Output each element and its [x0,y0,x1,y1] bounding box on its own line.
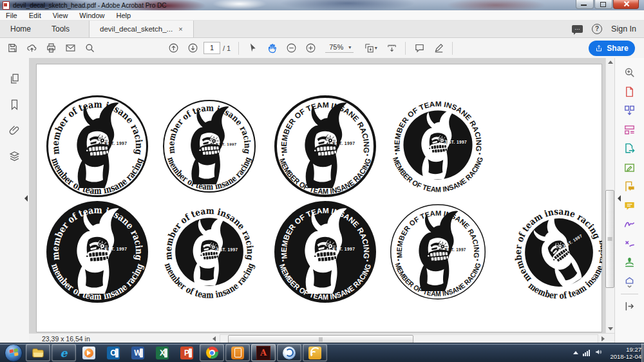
chrome-icon [206,347,218,359]
comment-file-button[interactable] [615,177,644,196]
plus-circle-icon [305,43,316,53]
edit-pdf-button[interactable] [615,158,644,178]
help-icon[interactable]: ? [592,24,602,34]
decal-badge: member of team insane racingmember of te… [46,201,148,303]
acrobat[interactable]: A [251,344,276,361]
menu-view[interactable]: View [47,12,74,19]
internet-explorer[interactable]: e [52,344,76,361]
svg-text:•: • [395,151,397,157]
more-tools-icon [623,276,636,288]
network-signal-icon[interactable] [583,350,590,356]
word[interactable]: W [126,345,149,361]
document-area: member of team insane racingmember of te… [29,58,615,343]
bookmarks-button[interactable] [0,91,29,117]
search-tools-button[interactable] [615,63,644,82]
right-tools-rail [614,58,644,343]
more-tools-button[interactable] [615,272,644,292]
scroll-left-arrow[interactable] [209,334,218,343]
tab-close-icon[interactable]: × [178,25,182,33]
comment-button[interactable] [410,40,429,57]
outlook[interactable]: O [102,345,125,361]
close-button[interactable] [613,0,639,9]
media-swirl-app[interactable] [277,344,301,361]
windows-start-orb-icon [5,344,23,362]
menu-file[interactable]: File [0,12,23,19]
page-up-icon [168,43,179,53]
attachments-button[interactable] [0,117,29,143]
create-pdf-button[interactable] [615,82,644,102]
combine-files-button[interactable] [615,101,644,120]
start-button[interactable] [5,344,23,362]
tab-home[interactable]: Home [0,21,41,37]
file-explorer[interactable] [26,344,50,361]
organize-pages-button[interactable] [615,120,644,140]
export-pdf-button[interactable] [615,139,644,158]
tray-time: 19:27 [610,346,641,353]
search-tools-icon [623,66,636,79]
email-button[interactable] [61,40,80,57]
select-tool-button[interactable] [243,40,262,57]
layers-button[interactable] [0,143,29,169]
vertical-scrollbar[interactable] [605,58,615,333]
svg-text:EST. 1997: EST. 1997 [105,247,127,251]
page-dimensions-label: 23,39 x 16,54 in [42,335,90,343]
restore-button[interactable] [594,0,612,9]
save-button[interactable] [3,40,22,57]
connect-app[interactable] [303,344,327,361]
upload-cloud-button[interactable] [22,40,41,57]
highlight-button[interactable] [429,40,448,57]
volume-icon[interactable] [594,347,603,359]
certificates-button[interactable] [615,234,644,254]
document-page[interactable]: member of team insane racingmember of te… [36,64,602,332]
menu-window[interactable]: Window [73,12,110,19]
media-player[interactable] [77,345,100,361]
svg-text:EST. 1997: EST. 1997 [333,141,355,146]
tab-document[interactable]: devil_decal_sketch_... × [89,21,194,37]
tray-clock[interactable]: 19:27 2018-12-04 [610,346,641,360]
tab-tools[interactable]: Tools [41,21,80,37]
next-page-button[interactable] [183,40,202,57]
expand-pane-icon [623,300,636,312]
collapse-right-pane-icon[interactable] [614,195,621,202]
page-number-input[interactable]: 1 [204,42,220,54]
show-desktop-button[interactable] [641,343,644,362]
sign-in-link[interactable]: Sign In [611,24,636,33]
printer-icon [46,43,57,53]
page-thumbnails-button[interactable] [0,66,29,91]
zoom-level-select[interactable]: 75% ▾ [325,43,354,53]
feedback-bubble-icon[interactable]: … [572,25,583,33]
mobile-app-icon [231,347,244,359]
zoom-in-button[interactable] [301,40,320,57]
page-thumbnails-icon [8,73,21,85]
find-button[interactable] [80,40,99,57]
combine-files-icon [623,104,636,117]
scroll-down-arrow[interactable] [606,325,615,333]
edit-pdf-icon [623,162,636,174]
collapse-left-pane-icon[interactable] [21,195,28,202]
scroll-up-arrow[interactable] [606,58,615,66]
print-button[interactable] [41,40,61,57]
share-button[interactable]: Share [589,41,635,56]
excel[interactable]: X [151,345,174,361]
zoom-out-button[interactable] [281,40,301,57]
comment-icon [623,200,636,212]
fit-page-icon [364,43,375,53]
menu-edit[interactable]: Edit [23,12,47,19]
fit-width-button[interactable] [382,40,401,57]
minimize-button[interactable] [576,0,594,9]
mobile-sync-app[interactable] [225,344,250,361]
powerpoint[interactable]: P [175,345,198,361]
stamp-button[interactable] [615,253,644,272]
hidden-icons-caret[interactable] [573,348,578,354]
menu-help[interactable]: Help [110,12,137,19]
fill-sign-button[interactable] [615,215,644,234]
expand-tools-pane-button[interactable] [615,297,644,316]
fit-page-button[interactable]: ▾ [359,40,382,57]
powerpoint-icon: P [180,347,193,359]
title-bar: devil_decal_sketch_head.pdf - Adobe Acro… [0,0,644,10]
hand-tool-button[interactable] [262,40,281,57]
chrome[interactable] [200,344,224,361]
vertical-scroll-thumb[interactable] [605,190,614,288]
scroll-right-arrow[interactable] [598,334,607,343]
previous-page-button[interactable] [164,40,183,57]
